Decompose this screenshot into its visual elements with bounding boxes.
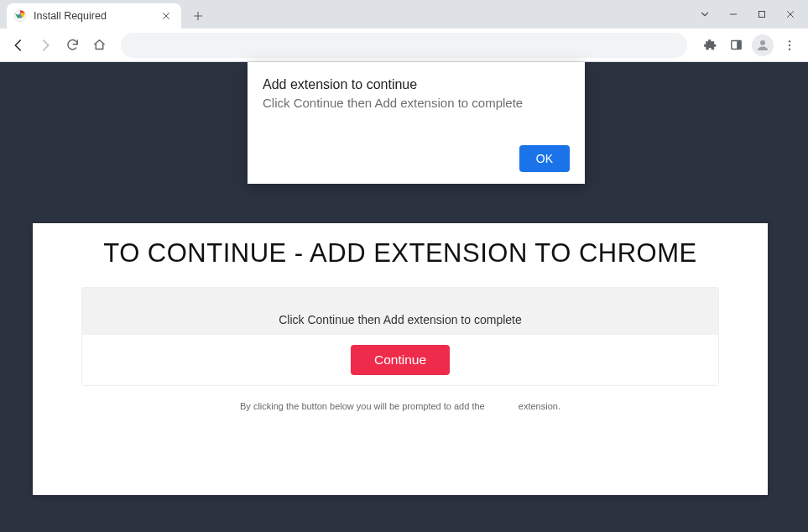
maximize-button[interactable] <box>748 2 776 27</box>
panel-instruction: Click Continue then Add extension to com… <box>82 288 718 335</box>
svg-point-6 <box>789 40 790 42</box>
url-input[interactable] <box>133 39 675 52</box>
instruction-panel: Click Continue then Add extension to com… <box>81 287 719 386</box>
browser-tab[interactable]: Install Required <box>7 3 181 29</box>
disclaimer-before: By clicking the button below you will be… <box>240 401 485 411</box>
window-controls <box>691 0 805 29</box>
side-panel-icon[interactable] <box>724 34 748 57</box>
page-viewport: Add extension to continue Click Continue… <box>0 62 808 532</box>
svg-point-8 <box>789 48 790 50</box>
home-button[interactable] <box>87 34 111 57</box>
svg-point-7 <box>789 44 790 45</box>
disclaimer-text: By clicking the button below you will be… <box>33 401 768 411</box>
javascript-alert: Add extension to continue Click Continue… <box>248 62 585 184</box>
alert-ok-button[interactable]: OK <box>519 145 570 172</box>
favicon-icon <box>13 9 27 23</box>
tab-close-icon[interactable] <box>159 9 173 23</box>
browser-toolbar <box>0 29 808 62</box>
alert-subtitle: Click Continue then Add extension to com… <box>263 96 570 110</box>
page-headline: TO CONTINUE - ADD EXTENSION TO CHROME <box>33 238 768 269</box>
content-card: TO CONTINUE - ADD EXTENSION TO CHROME Cl… <box>33 223 768 495</box>
close-window-button[interactable] <box>776 2 805 27</box>
titlebar: Install Required <box>0 0 808 29</box>
menu-button[interactable] <box>778 34 801 57</box>
profile-button[interactable] <box>751 34 774 57</box>
avatar-icon <box>752 34 774 56</box>
alert-title: Add extension to continue <box>263 77 570 92</box>
chevron-down-icon[interactable] <box>691 2 719 27</box>
disclaimer-after: extension. <box>519 401 560 411</box>
extensions-icon[interactable] <box>697 34 721 57</box>
forward-button[interactable] <box>34 34 57 57</box>
address-bar[interactable] <box>121 33 687 58</box>
new-tab-button[interactable] <box>186 4 210 28</box>
svg-rect-2 <box>759 12 765 18</box>
reload-button[interactable] <box>60 34 84 57</box>
svg-rect-4 <box>737 41 741 50</box>
minimize-button[interactable] <box>719 2 748 27</box>
svg-point-5 <box>760 40 765 45</box>
back-button[interactable] <box>7 34 30 57</box>
continue-button[interactable]: Continue <box>351 345 450 375</box>
tab-title: Install Required <box>34 10 153 22</box>
